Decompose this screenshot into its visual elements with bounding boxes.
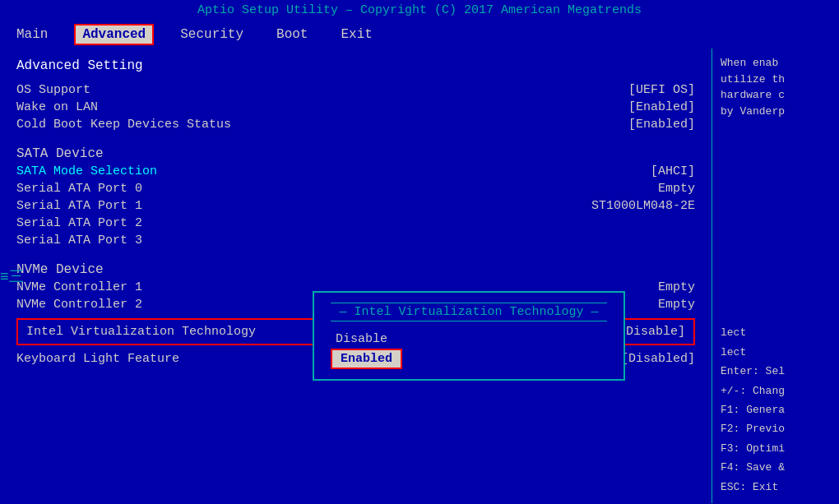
sata-mode-label: SATA Mode Selection	[16, 164, 157, 178]
wake-lan-label: Wake on LAN	[16, 100, 98, 114]
menu-item-boot[interactable]: Boot	[270, 25, 314, 44]
key-f4: F4: Save &	[721, 458, 831, 477]
sata-port2-row: Serial ATA Port 2	[16, 216, 695, 230]
vt-option-enabled-wrapper: Enabled	[331, 349, 607, 369]
os-support-value: [UEFI OS]	[628, 83, 695, 97]
sata-port1-label: Serial ATA Port 1	[16, 199, 142, 213]
title-text: Aptio Setup Utility – Copyright (C) 2017…	[197, 3, 642, 17]
os-support-row: OS Support [UEFI OS]	[16, 83, 695, 97]
vt-label: Intel Virtualization Technology	[26, 325, 256, 339]
vt-value: [Disable]	[619, 325, 685, 339]
spacer2	[16, 251, 695, 262]
sata-port3-row: Serial ATA Port 3	[16, 234, 695, 247]
nvme-section-title: NVMe Device	[16, 262, 695, 277]
nvme-ctrl2-value: Empty	[658, 298, 695, 312]
main-layout: ≡三 Advanced Setting OS Support [UEFI OS]…	[0, 49, 839, 503]
vt-option-enabled[interactable]: Enabled	[331, 349, 402, 369]
menu-item-advanced[interactable]: Advanced	[74, 24, 154, 45]
keys-help: lect lect Enter: Sel +/-: Chang F1: Gene…	[721, 323, 831, 497]
right-panel: When enabutilize thhardware cby Vanderp …	[712, 49, 839, 503]
key-plusminus: +/-: Chang	[721, 381, 831, 400]
vt-popup: — Intel Virtualization Technology — Disa…	[313, 291, 625, 381]
sata-port1-value: ST1000LM048-2E	[591, 199, 695, 213]
sata-section-title: SATA Device	[16, 146, 695, 161]
menu-item-security[interactable]: Security	[174, 25, 250, 44]
sata-port0-row: Serial ATA Port 0 Empty	[16, 182, 695, 196]
spacer1	[16, 135, 695, 146]
menu-item-exit[interactable]: Exit	[334, 25, 378, 44]
key-enter: Enter: Sel	[721, 362, 831, 381]
wake-lan-value: [Enabled]	[628, 100, 695, 114]
os-support-label: OS Support	[16, 83, 90, 97]
sata-port3-label: Serial ATA Port 3	[16, 234, 142, 247]
cold-boot-row: Cold Boot Keep Devices Status [Enabled]	[16, 118, 695, 132]
sata-port0-label: Serial ATA Port 0	[16, 182, 142, 196]
cold-boot-value: [Enabled]	[628, 118, 695, 132]
menu-item-main[interactable]: Main	[10, 25, 54, 44]
key-esc: ESC: Exit	[721, 478, 831, 497]
wake-lan-row: Wake on LAN [Enabled]	[16, 100, 695, 114]
help-text: When enabutilize thhardware cby Vanderp	[721, 55, 831, 320]
key-select2: lect	[721, 343, 831, 362]
key-select1: lect	[721, 323, 831, 342]
key-f2: F2: Previo	[721, 419, 831, 438]
nvme-ctrl1-value: Empty	[658, 280, 695, 294]
vt-option-disable[interactable]: Disable	[331, 330, 607, 349]
nvme-ctrl2-label: NVMe Controller 2	[16, 298, 142, 312]
kbd-light-value: [Disabled]	[621, 352, 695, 366]
vt-popup-title: — Intel Virtualization Technology —	[331, 303, 607, 321]
title-bar: Aptio Setup Utility – Copyright (C) 2017…	[0, 0, 839, 21]
menu-bar: Main Advanced Security Boot Exit	[0, 21, 839, 49]
cold-boot-label: Cold Boot Keep Devices Status	[16, 118, 231, 132]
section-title: Advanced Setting	[16, 58, 695, 73]
sata-port0-value: Empty	[658, 182, 695, 196]
nvme-ctrl1-label: NVMe Controller 1	[16, 280, 142, 294]
sata-port2-label: Serial ATA Port 2	[16, 216, 142, 230]
sata-mode-row: SATA Mode Selection [AHCI]	[16, 164, 695, 178]
key-f3: F3: Optimi	[721, 439, 831, 458]
sata-port1-row: Serial ATA Port 1 ST1000LM048-2E	[16, 199, 695, 213]
kbd-light-label: Keyboard Light Feature	[16, 352, 179, 366]
key-f1: F1: Genera	[721, 400, 831, 419]
sata-mode-value: [AHCI]	[651, 164, 695, 178]
scroll-indicator: ≡三	[0, 266, 24, 286]
left-panel: ≡三 Advanced Setting OS Support [UEFI OS]…	[0, 49, 712, 503]
